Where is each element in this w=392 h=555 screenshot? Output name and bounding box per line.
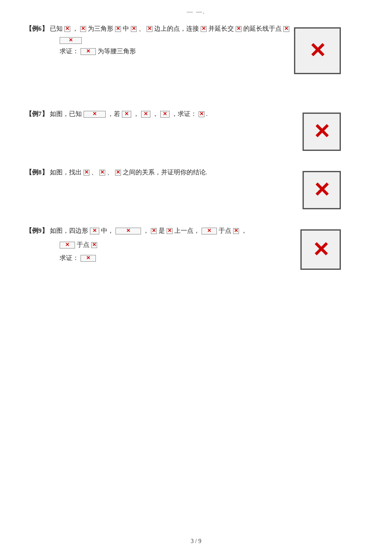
ex9-img-6: ✕: [233, 228, 239, 234]
ex7-img-3: ✕: [141, 111, 150, 118]
ex6-text-1: 已知: [50, 23, 63, 35]
ex8-text-3: 、: [107, 167, 113, 178]
ex6-proof-prefix: 求证：: [60, 46, 79, 57]
ex7-text-4: ，: [152, 108, 159, 120]
ex6-img-proof: ✕: [81, 48, 96, 55]
ex9-img-2: ✕: [115, 228, 141, 234]
ex8-img-2: ✕: [99, 170, 105, 176]
ex6-img-2: ✕: [80, 26, 86, 32]
ex6-img-1: ✕: [64, 26, 70, 32]
ex6-figure-icon: ✕: [309, 40, 326, 61]
top-decoration: — —.: [26, 9, 366, 15]
ex6-img-6: ✕: [201, 26, 207, 32]
ex7-img-5: ✕: [199, 111, 205, 117]
ex7-img-4: ✕: [160, 111, 170, 118]
spacer-1: [26, 70, 366, 108]
example-6-label: 【例6】: [26, 23, 48, 35]
ex8-figure-icon: ✕: [313, 180, 330, 200]
ex9-img-4: ✕: [167, 228, 173, 234]
ex9-text-1: 如图，四边形: [50, 225, 88, 237]
ex9-proof-prefix: 求证：: [60, 252, 79, 264]
ex8-img-1: ✕: [84, 170, 89, 176]
ex6-img-4: ✕: [131, 26, 137, 32]
ex9-sub-text: 于点: [77, 239, 89, 251]
ex7-text-1: 如图，已知: [50, 108, 82, 120]
page-number: 3 / 9: [191, 538, 202, 544]
ex9-img-sub2: ✕: [91, 242, 97, 248]
example-7-section: 【例7】 如图，已知 ✕ ，若 ✕ ， ✕ ， ✕ ，求证： ✕ . ✕: [26, 108, 366, 120]
example-8-section: 【例8】 如图，找出 ✕ 、 ✕ 、 ✕ 之间的关系，并证明你的结论. ✕: [26, 167, 366, 178]
example-8-figure: ✕: [303, 171, 341, 209]
ex9-text-6: 于点: [219, 225, 231, 237]
ex6-img-5: ✕: [147, 26, 153, 32]
ex9-img-5: ✕: [202, 228, 217, 234]
example-9-section: 【例9】 如图，四边形 ✕ 中， ✕ ， ✕ 是 ✕ 上一点， ✕ 于点 ✕ ，…: [26, 225, 366, 264]
ex7-figure-icon: ✕: [313, 121, 330, 142]
ex6-text-8: 的延长线于点: [243, 23, 282, 35]
ex6-text-4: 中: [123, 23, 129, 35]
ex9-img-sub1: ✕: [60, 242, 75, 249]
ex6-img-8: ✕: [283, 26, 289, 32]
example-6-figure: ✕: [294, 27, 341, 74]
example-6-section: 【例6】 已知 ✕ ， ✕ 为三角形 ✕ 中 ✕ 、 ✕ 边上的点，连接 ✕ 并…: [26, 23, 366, 57]
ex9-text-4: 是: [159, 225, 165, 237]
ex6-img-7: ✕: [236, 26, 242, 32]
ex6-text-3: 为三角形: [88, 23, 113, 35]
page: — —. 【例6】 已知 ✕ ， ✕ 为三角形 ✕ 中 ✕ 、 ✕ 边上的点，连…: [0, 0, 392, 555]
ex9-img-proof: ✕: [81, 255, 96, 262]
ex8-img-3: ✕: [115, 170, 121, 176]
ex6-proof-text: 为等腰三角形: [98, 46, 136, 57]
ex7-text-6: .: [206, 108, 208, 120]
example-7-label: 【例7】: [26, 108, 48, 120]
ex8-text-1: 如图，找出: [50, 167, 82, 178]
ex9-img-1: ✕: [90, 228, 99, 234]
example-9-label: 【例9】: [26, 225, 48, 237]
ex8-text-2: 、: [91, 167, 98, 178]
ex6-img-sub1: ✕: [60, 37, 82, 44]
ex6-text-7: 并延长交: [208, 23, 234, 35]
example-7-figure: ✕: [303, 113, 341, 151]
ex7-text-2: ，若: [107, 108, 120, 120]
ex9-text-5: 上一点，: [174, 225, 200, 237]
ex9-text-3: ，: [143, 225, 149, 237]
ex7-text-5: ，求证：: [171, 108, 197, 120]
ex6-img-3: ✕: [115, 26, 121, 32]
page-footer: 3 / 9: [0, 538, 392, 545]
ex6-text-6: 边上的点，连接: [154, 23, 199, 35]
example-8-label: 【例8】: [26, 167, 48, 178]
ex9-text-2: 中，: [101, 225, 114, 237]
ex8-text-4: 之间的关系，并证明你的结论.: [123, 167, 208, 178]
ex7-img-1: ✕: [84, 111, 106, 118]
ex7-img-2: ✕: [122, 111, 131, 118]
ex6-text-2: ，: [72, 23, 78, 35]
ex9-img-3: ✕: [151, 228, 157, 234]
example-9-figure: ✕: [300, 229, 341, 270]
ex7-text-3: ，: [133, 108, 139, 120]
ex6-text-5: 、: [138, 23, 145, 35]
ex9-figure-icon: ✕: [312, 240, 329, 260]
ex9-text-7: ，: [241, 225, 247, 237]
